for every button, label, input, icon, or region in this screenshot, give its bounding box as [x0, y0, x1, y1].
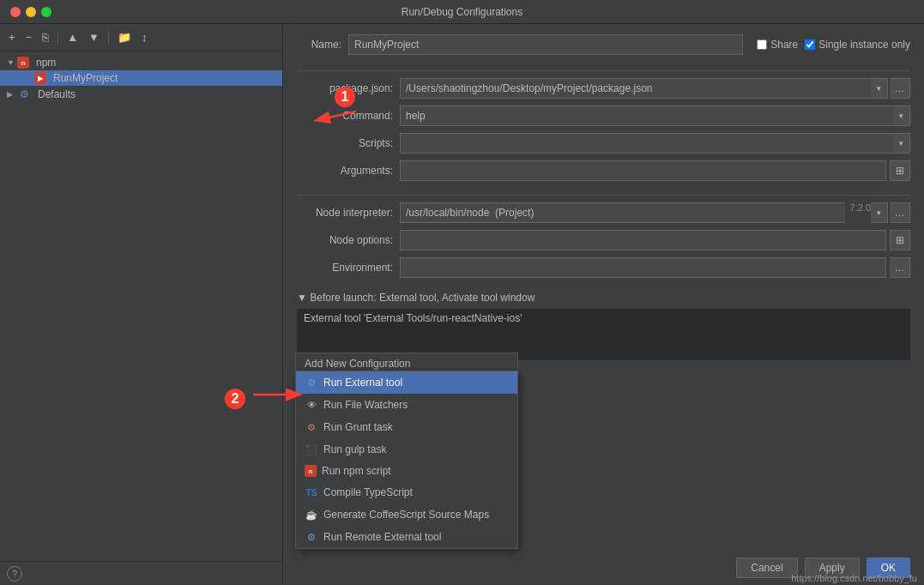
copy-config-button[interactable]: ⎘	[39, 30, 52, 45]
command-input[interactable]	[400, 106, 893, 126]
left-toolbar: + − ⎘ ▲ ▼ 📁 ↕	[0, 24, 282, 51]
dialog-title: Run/Debug Configurations	[402, 6, 522, 18]
menu-item-label-ts: Compile TypeScript	[323, 486, 413, 498]
node-interpreter-input-wrap: 7.2.0 ▾ …	[400, 202, 910, 223]
npm-menu-icon: n	[305, 465, 317, 477]
command-dropdown-btn[interactable]: ▾	[893, 106, 910, 126]
menu-item-remote-external[interactable]: ⚙ Run Remote External tool	[296, 526, 517, 548]
share-label: Share	[770, 39, 798, 51]
package-json-row: package.json: ▾ …	[297, 78, 910, 99]
tree-label-npm: npm	[36, 57, 56, 69]
menu-item-label-gulp: Run gulp task	[323, 443, 386, 455]
defaults-icon: ⚙	[17, 87, 31, 101]
arguments-row: Arguments: ⊞	[297, 160, 910, 181]
cancel-button[interactable]: Cancel	[736, 558, 797, 578]
grunt-icon: ⚙	[305, 420, 318, 434]
separator2	[108, 31, 109, 45]
add-config-dropdown: ⚙ Run External tool 👁 Run File Watchers …	[295, 371, 518, 549]
tree-item-npm[interactable]: ▼ n npm	[0, 55, 282, 70]
menu-item-run-grunt[interactable]: ⚙ Run Grunt task	[296, 416, 517, 438]
minimize-button[interactable]	[26, 7, 36, 17]
section-divider-2	[297, 195, 910, 196]
coffee-icon: ☕	[305, 508, 318, 522]
close-button[interactable]	[10, 7, 21, 17]
environment-more-btn[interactable]: …	[890, 257, 910, 278]
node-version: 7.2.0	[850, 202, 871, 223]
watermark: https://blog.csdn.net/bobby_fu	[791, 573, 917, 583]
scripts-row: Scripts: ▾	[297, 133, 910, 154]
package-json-label: package.json:	[297, 82, 400, 94]
name-label: Name:	[297, 39, 348, 51]
folder-button[interactable]: 📁	[114, 30, 135, 45]
node-interpreter-label: Node interpreter:	[297, 207, 400, 219]
share-area: Share Single instance only	[757, 39, 910, 51]
maximize-button[interactable]	[41, 7, 51, 17]
left-panel: + − ⎘ ▲ ▼ 📁 ↕ ▼ n npm ▶ RunMyProject	[0, 24, 283, 585]
environment-input[interactable]	[400, 257, 886, 278]
run-icon: ▶	[34, 72, 46, 84]
bottom-bar: ?	[0, 561, 282, 585]
node-interpreter-row: Node interpreter: 7.2.0 ▾ …	[297, 202, 910, 223]
share-checkbox-label[interactable]: Share	[757, 39, 798, 51]
arguments-ext-btn[interactable]: ⊞	[890, 160, 910, 181]
gear-icon: ⚙	[305, 376, 318, 389]
single-instance-checkbox[interactable]	[805, 39, 815, 50]
remove-config-button[interactable]: −	[22, 30, 36, 45]
menu-item-coffee-script[interactable]: ☕ Generate CoffeeScript Source Maps	[296, 504, 517, 526]
scripts-input[interactable]	[400, 133, 893, 154]
node-options-row: Node options: ⊞	[297, 230, 910, 250]
remote-icon: ⚙	[305, 530, 318, 544]
help-button[interactable]: ?	[7, 566, 22, 582]
package-json-input[interactable]	[400, 78, 871, 99]
name-input[interactable]	[348, 34, 743, 55]
gulp-icon: ⬛	[305, 443, 318, 456]
node-options-ext-btn[interactable]: ⊞	[890, 230, 910, 250]
sort-button[interactable]: ↕	[138, 30, 151, 45]
add-config-button[interactable]: +	[5, 30, 19, 45]
scripts-dropdown-btn[interactable]: ▾	[893, 133, 910, 154]
menu-item-label-run-external: Run External tool	[323, 377, 402, 389]
environment-label: Environment:	[297, 262, 400, 274]
window-controls[interactable]	[10, 7, 51, 17]
before-launch-header: ▼ Before launch: External tool, Activate…	[297, 292, 910, 304]
node-options-input[interactable]	[400, 230, 886, 250]
node-interpreter-dropdown-btn[interactable]: ▾	[871, 202, 888, 223]
tree-label-runmyproject: RunMyProject	[53, 72, 118, 84]
command-input-wrap: ▾	[400, 106, 910, 126]
node-interpreter-more-btn[interactable]: …	[890, 202, 910, 223]
menu-item-run-external-tool[interactable]: ⚙ Run External tool	[296, 371, 517, 394]
add-config-label: Add New Configuration	[305, 358, 410, 370]
move-up-button[interactable]: ▲	[63, 30, 82, 45]
tree-label-defaults: Defaults	[38, 88, 75, 100]
menu-item-run-gulp[interactable]: ⬛ Run gulp task	[296, 438, 517, 461]
move-down-button[interactable]: ▼	[85, 30, 103, 45]
scripts-input-wrap: ▾	[400, 133, 910, 154]
menu-item-run-file-watchers[interactable]: 👁 Run File Watchers	[296, 394, 517, 416]
menu-item-compile-ts[interactable]: TS Compile TypeScript	[296, 481, 517, 504]
tree-arrow-defaults: ▶	[7, 90, 17, 99]
scripts-label: Scripts:	[297, 137, 400, 149]
tree-item-defaults[interactable]: ▶ ⚙ Defaults	[0, 86, 282, 103]
node-options-label: Node options:	[297, 234, 400, 246]
single-instance-text: Single instance only	[818, 39, 910, 51]
menu-item-run-npm[interactable]: n Run npm script	[296, 461, 517, 481]
command-label: Command:	[297, 110, 400, 122]
command-row: Command: ▾	[297, 106, 910, 126]
eye-icon: 👁	[305, 398, 318, 412]
tree-arrow-npm: ▼	[7, 58, 17, 67]
menu-item-label-npm: Run npm script	[322, 465, 391, 477]
separator	[57, 31, 58, 45]
section-divider-1	[297, 70, 910, 71]
tree-item-runmyproject[interactable]: ▶ RunMyProject	[0, 70, 282, 86]
single-instance-label[interactable]: Single instance only	[805, 39, 910, 51]
ts-icon: TS	[305, 485, 318, 499]
package-json-dropdown-btn[interactable]: ▾	[871, 78, 888, 99]
arguments-label: Arguments:	[297, 165, 400, 177]
share-checkbox[interactable]	[757, 39, 767, 50]
title-bar: Run/Debug Configurations	[0, 0, 924, 24]
arguments-input[interactable]	[400, 160, 886, 181]
config-tree: ▼ n npm ▶ RunMyProject ▶ ⚙ Defaults	[0, 51, 282, 561]
menu-item-label-remote: Run Remote External tool	[323, 531, 441, 543]
package-json-more-btn[interactable]: …	[890, 78, 910, 99]
node-interpreter-input[interactable]	[400, 202, 845, 223]
